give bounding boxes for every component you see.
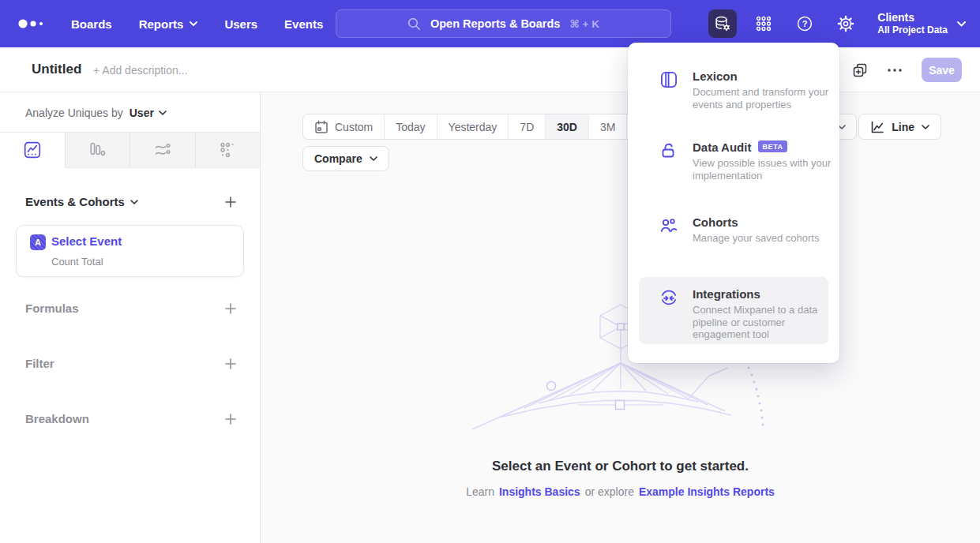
menu-item-cohorts[interactable]: Cohorts Manage your saved cohorts: [628, 215, 839, 245]
events-cohorts-label: Events & Cohorts: [25, 195, 125, 208]
menu-item-title: Lexicon: [693, 69, 839, 83]
apps-grid-button[interactable]: [749, 9, 778, 38]
nav-item-users[interactable]: Users: [224, 17, 257, 31]
settings-button[interactable]: [832, 9, 860, 38]
empty-state-links: LearnInsights Basicsor exploreExample In…: [261, 485, 980, 498]
report-canvas: Custom Today Yesterday 7D 30D 3M 6M Comp…: [261, 92, 980, 543]
menu-item-lexicon[interactable]: Lexicon Document and transform your even…: [628, 69, 839, 110]
menu-item-description: Connect Mixpanel to a data pipeline or c…: [693, 304, 835, 341]
select-event-button[interactable]: Select Event: [51, 234, 122, 248]
nav-item-label: Boards: [71, 17, 112, 31]
filter-label: Filter: [25, 357, 54, 370]
tab-line-chart[interactable]: [0, 133, 66, 168]
date-range-label: Yesterday: [449, 121, 498, 133]
breakdown-label: Breakdown: [25, 412, 89, 425]
top-navbar: Boards Reports Users Events Open Reports…: [0, 0, 980, 47]
menu-item-title: Data Audit BETA: [693, 140, 839, 154]
tab-bar-chart[interactable]: [66, 133, 131, 168]
menu-item-title: Integrations: [693, 287, 828, 301]
save-button[interactable]: Save: [922, 58, 962, 82]
menu-item-title: Cohorts: [693, 215, 839, 229]
menu-item-description: View possible issues with your implement…: [693, 157, 850, 182]
duplicate-button[interactable]: [852, 62, 868, 78]
date-range-7d[interactable]: 7D: [508, 114, 545, 139]
example-reports-link[interactable]: Example Insights Reports: [639, 485, 775, 498]
add-description-field[interactable]: + Add description...: [93, 64, 187, 77]
empty-state: Select an Event or Cohort to get started…: [261, 459, 980, 498]
help-icon: ?: [796, 15, 813, 32]
cohorts-icon: [659, 216, 678, 235]
formulas-label: Formulas: [25, 301, 79, 315]
date-range-label: Custom: [335, 121, 373, 133]
line-chart-tab-icon: [23, 140, 42, 159]
chart-type-dropdown[interactable]: Line: [858, 114, 941, 140]
menu-item-description: Document and transform your events and p…: [693, 86, 832, 110]
analyze-row: Analyze Uniques by User: [25, 107, 167, 119]
date-range-control: Custom Today Yesterday 7D 30D 3M 6M: [302, 114, 666, 140]
line-chart-icon: [870, 120, 884, 134]
global-search-input[interactable]: Open Reports & Boards ⌘ + K: [336, 9, 671, 38]
add-formula-button[interactable]: [225, 303, 236, 314]
events-cohorts-toggle[interactable]: Events & Cohorts: [25, 195, 138, 208]
tab-metrics-grid[interactable]: [196, 133, 261, 168]
gear-icon: [837, 15, 854, 32]
search-icon: [407, 17, 421, 31]
ellipsis-icon: [887, 68, 903, 73]
lexicon-icon: [659, 70, 678, 89]
nav-item-label: Users: [224, 17, 257, 31]
add-breakdown-button[interactable]: [225, 414, 236, 425]
menu-item-integrations[interactable]: Integrations Connect Mixpanel to a data …: [639, 277, 828, 344]
breakdown-section-header: Breakdown: [25, 412, 236, 425]
help-button[interactable]: ?: [790, 9, 819, 38]
nav-item-reports[interactable]: Reports: [139, 17, 198, 31]
add-filter-button[interactable]: [225, 358, 236, 369]
chevron-down-icon: [190, 21, 197, 26]
chart-type-tabs: [0, 132, 260, 168]
duplicate-icon: [852, 62, 868, 78]
date-range-label: 7D: [520, 121, 534, 133]
filter-section-header: Filter: [25, 357, 236, 370]
nav-item-events[interactable]: Events: [284, 17, 323, 31]
compare-dropdown[interactable]: Compare: [302, 146, 389, 171]
tab-stacked-chart[interactable]: [130, 133, 196, 168]
event-card[interactable]: A Select Event Count Total: [16, 225, 244, 277]
chevron-down-icon: [957, 21, 966, 27]
more-options-button[interactable]: [887, 68, 903, 73]
data-audit-icon: [659, 141, 678, 160]
plus-icon: [225, 303, 236, 314]
date-range-label: 3M: [600, 121, 615, 133]
date-range-30d[interactable]: 30D: [545, 114, 588, 139]
workspace-selector[interactable]: Clients All Project Data: [877, 11, 966, 36]
grid-dots-icon: [755, 15, 772, 32]
learn-prefix: Learn: [466, 485, 494, 498]
chart-type-label: Line: [892, 121, 914, 133]
date-range-yesterday[interactable]: Yesterday: [437, 114, 509, 139]
empty-state-title: Select an Event or Cohort to get started…: [261, 459, 980, 474]
bar-chart-tab-icon: [88, 141, 106, 159]
nav-item-boards[interactable]: Boards: [71, 17, 112, 31]
plus-icon: [225, 414, 236, 425]
insights-basics-link[interactable]: Insights Basics: [499, 485, 580, 498]
analyze-label: Analyze Uniques by: [25, 107, 123, 119]
chevron-down-icon: [159, 110, 167, 115]
date-range-3m[interactable]: 3M: [588, 114, 626, 139]
menu-item-data-audit[interactable]: Data Audit BETA View possible issues wit…: [628, 140, 839, 182]
chevron-down-icon: [130, 200, 138, 204]
menu-item-title-text: Data Audit: [693, 140, 751, 154]
nav-item-label: Reports: [139, 17, 184, 31]
event-aggregation-label[interactable]: Count Total: [51, 256, 103, 268]
analyze-by-dropdown[interactable]: User: [130, 107, 167, 119]
formulas-section-header: Formulas: [25, 301, 236, 315]
event-series-badge: A: [30, 234, 46, 250]
mixpanel-logo-icon[interactable]: [17, 17, 47, 30]
add-event-button[interactable]: [225, 197, 236, 208]
analyze-value-label: User: [130, 107, 154, 119]
plus-icon: [225, 358, 236, 369]
menu-item-content: Integrations Connect Mixpanel to a data …: [639, 287, 828, 341]
date-range-today[interactable]: Today: [384, 114, 436, 139]
report-title[interactable]: Untitled: [32, 62, 81, 77]
data-management-button[interactable]: [708, 9, 737, 38]
chevron-down-icon: [922, 125, 929, 129]
date-range-custom[interactable]: Custom: [303, 114, 384, 139]
query-builder-sidebar: Analyze Uniques by User: [0, 92, 261, 543]
